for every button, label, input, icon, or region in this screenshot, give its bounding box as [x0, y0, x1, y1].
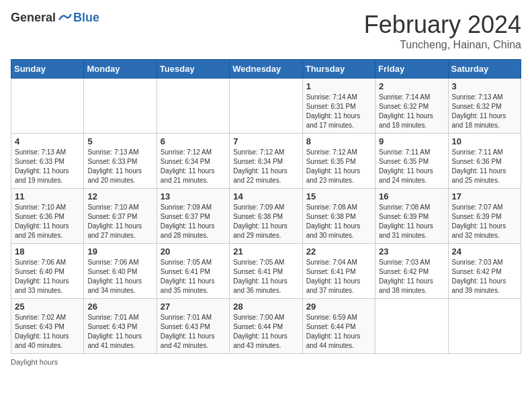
calendar-cell: 16Sunrise: 7:08 AM Sunset: 6:39 PM Dayli…	[375, 189, 448, 244]
calendar-cell: 21Sunrise: 7:05 AM Sunset: 6:41 PM Dayli…	[230, 244, 302, 299]
calendar-cell: 17Sunrise: 7:07 AM Sunset: 6:39 PM Dayli…	[448, 189, 521, 244]
calendar-week-row: 25Sunrise: 7:02 AM Sunset: 6:43 PM Dayli…	[11, 299, 521, 354]
header-day: Wednesday	[230, 60, 302, 79]
calendar-week-row: 11Sunrise: 7:10 AM Sunset: 6:36 PM Dayli…	[11, 189, 521, 244]
day-info: Sunrise: 7:13 AM Sunset: 6:32 PM Dayligh…	[452, 93, 517, 130]
calendar-table: SundayMondayTuesdayWednesdayThursdayFrid…	[11, 59, 521, 354]
day-number: 3	[452, 81, 517, 91]
day-info: Sunrise: 7:07 AM Sunset: 6:39 PM Dayligh…	[452, 203, 517, 240]
day-info: Sunrise: 7:12 AM Sunset: 6:34 PM Dayligh…	[233, 148, 298, 185]
day-info: Sunrise: 7:08 AM Sunset: 6:38 PM Dayligh…	[306, 203, 371, 240]
calendar-cell: 27Sunrise: 7:01 AM Sunset: 6:43 PM Dayli…	[157, 299, 229, 354]
calendar-week-row: 1Sunrise: 7:14 AM Sunset: 6:31 PM Daylig…	[11, 79, 521, 134]
logo-blue: Blue	[73, 11, 99, 25]
day-info: Sunrise: 7:12 AM Sunset: 6:34 PM Dayligh…	[161, 148, 226, 185]
day-number: 14	[233, 191, 298, 201]
day-info: Sunrise: 7:02 AM Sunset: 6:43 PM Dayligh…	[15, 313, 80, 351]
calendar-cell: 15Sunrise: 7:08 AM Sunset: 6:38 PM Dayli…	[302, 189, 375, 244]
day-number: 1	[306, 81, 371, 91]
calendar-cell: 3Sunrise: 7:13 AM Sunset: 6:32 PM Daylig…	[448, 79, 521, 134]
day-info: Sunrise: 7:01 AM Sunset: 6:43 PM Dayligh…	[87, 313, 152, 351]
calendar-cell	[157, 79, 229, 134]
header-day: Sunday	[11, 60, 84, 79]
day-number: 4	[15, 136, 80, 146]
day-info: Sunrise: 7:14 AM Sunset: 6:32 PM Dayligh…	[379, 93, 444, 130]
day-number: 11	[15, 191, 80, 201]
day-info: Sunrise: 7:05 AM Sunset: 6:41 PM Dayligh…	[233, 258, 298, 295]
page-header: General Blue February 2024 Tuncheng, Hai…	[11, 11, 521, 51]
day-number: 22	[306, 246, 371, 257]
day-info: Sunrise: 7:13 AM Sunset: 6:33 PM Dayligh…	[87, 148, 152, 185]
day-info: Sunrise: 7:09 AM Sunset: 6:38 PM Dayligh…	[233, 203, 298, 240]
daylight-label: Daylight hours	[11, 358, 58, 366]
calendar-cell: 1Sunrise: 7:14 AM Sunset: 6:31 PM Daylig…	[302, 79, 375, 134]
day-info: Sunrise: 7:14 AM Sunset: 6:31 PM Dayligh…	[306, 93, 371, 130]
day-number: 9	[379, 136, 444, 146]
calendar-cell: 18Sunrise: 7:06 AM Sunset: 6:40 PM Dayli…	[11, 244, 84, 299]
calendar-cell: 2Sunrise: 7:14 AM Sunset: 6:32 PM Daylig…	[375, 79, 448, 134]
day-number: 15	[306, 191, 371, 201]
day-info: Sunrise: 7:12 AM Sunset: 6:35 PM Dayligh…	[306, 148, 371, 185]
calendar-cell: 26Sunrise: 7:01 AM Sunset: 6:43 PM Dayli…	[84, 299, 157, 354]
calendar-cell: 29Sunrise: 6:59 AM Sunset: 6:44 PM Dayli…	[302, 299, 375, 354]
calendar-cell: 23Sunrise: 7:03 AM Sunset: 6:42 PM Dayli…	[375, 244, 448, 299]
calendar-week-row: 4Sunrise: 7:13 AM Sunset: 6:33 PM Daylig…	[11, 134, 521, 189]
day-number: 17	[452, 191, 517, 201]
day-info: Sunrise: 7:03 AM Sunset: 6:42 PM Dayligh…	[452, 258, 517, 295]
header-row: SundayMondayTuesdayWednesdayThursdayFrid…	[11, 60, 521, 79]
calendar-cell: 20Sunrise: 7:05 AM Sunset: 6:41 PM Dayli…	[157, 244, 229, 299]
day-info: Sunrise: 6:59 AM Sunset: 6:44 PM Dayligh…	[306, 313, 371, 351]
day-number: 20	[161, 246, 226, 257]
day-number: 5	[87, 136, 152, 146]
title-block: February 2024 Tuncheng, Hainan, China	[364, 11, 521, 51]
day-info: Sunrise: 7:11 AM Sunset: 6:36 PM Dayligh…	[452, 148, 517, 185]
day-number: 19	[87, 246, 152, 257]
day-number: 8	[306, 136, 371, 146]
month-title: February 2024	[364, 11, 521, 39]
day-number: 23	[379, 246, 444, 257]
logo-general: General	[11, 11, 56, 25]
calendar-cell: 13Sunrise: 7:09 AM Sunset: 6:37 PM Dayli…	[157, 189, 229, 244]
calendar-cell: 12Sunrise: 7:10 AM Sunset: 6:37 PM Dayli…	[84, 189, 157, 244]
day-info: Sunrise: 7:06 AM Sunset: 6:40 PM Dayligh…	[87, 258, 152, 295]
calendar-cell: 11Sunrise: 7:10 AM Sunset: 6:36 PM Dayli…	[11, 189, 84, 244]
calendar-header: SundayMondayTuesdayWednesdayThursdayFrid…	[11, 60, 521, 79]
calendar-body: 1Sunrise: 7:14 AM Sunset: 6:31 PM Daylig…	[11, 79, 521, 354]
day-info: Sunrise: 7:05 AM Sunset: 6:41 PM Dayligh…	[161, 258, 226, 295]
calendar-week-row: 18Sunrise: 7:06 AM Sunset: 6:40 PM Dayli…	[11, 244, 521, 299]
day-info: Sunrise: 7:11 AM Sunset: 6:35 PM Dayligh…	[379, 148, 444, 185]
day-number: 26	[87, 302, 152, 312]
day-number: 27	[161, 302, 226, 312]
logo-icon	[58, 11, 72, 25]
calendar-cell: 6Sunrise: 7:12 AM Sunset: 6:34 PM Daylig…	[157, 134, 229, 189]
calendar-cell: 28Sunrise: 7:00 AM Sunset: 6:44 PM Dayli…	[230, 299, 302, 354]
day-number: 28	[233, 302, 298, 312]
day-number: 18	[15, 246, 80, 257]
header-day: Monday	[84, 60, 157, 79]
logo: General Blue	[11, 11, 99, 25]
day-info: Sunrise: 7:09 AM Sunset: 6:37 PM Dayligh…	[161, 203, 226, 240]
calendar-cell	[11, 79, 84, 134]
day-number: 12	[87, 191, 152, 201]
day-info: Sunrise: 7:00 AM Sunset: 6:44 PM Dayligh…	[233, 313, 298, 351]
calendar-cell: 9Sunrise: 7:11 AM Sunset: 6:35 PM Daylig…	[375, 134, 448, 189]
calendar-cell	[448, 299, 521, 354]
day-number: 2	[379, 81, 444, 91]
day-info: Sunrise: 7:04 AM Sunset: 6:41 PM Dayligh…	[306, 258, 371, 295]
day-info: Sunrise: 7:10 AM Sunset: 6:36 PM Dayligh…	[15, 203, 80, 240]
day-number: 25	[15, 302, 80, 312]
calendar-cell: 10Sunrise: 7:11 AM Sunset: 6:36 PM Dayli…	[448, 134, 521, 189]
day-number: 10	[452, 136, 517, 146]
header-day: Saturday	[448, 60, 521, 79]
calendar-cell: 19Sunrise: 7:06 AM Sunset: 6:40 PM Dayli…	[84, 244, 157, 299]
day-info: Sunrise: 7:06 AM Sunset: 6:40 PM Dayligh…	[15, 258, 80, 295]
calendar-cell	[230, 79, 302, 134]
day-number: 6	[161, 136, 226, 146]
day-number: 21	[233, 246, 298, 257]
day-number: 16	[379, 191, 444, 201]
day-number: 7	[233, 136, 298, 146]
day-info: Sunrise: 7:13 AM Sunset: 6:33 PM Dayligh…	[15, 148, 80, 185]
calendar-cell: 14Sunrise: 7:09 AM Sunset: 6:38 PM Dayli…	[230, 189, 302, 244]
day-number: 13	[161, 191, 226, 201]
day-info: Sunrise: 7:03 AM Sunset: 6:42 PM Dayligh…	[379, 258, 444, 295]
